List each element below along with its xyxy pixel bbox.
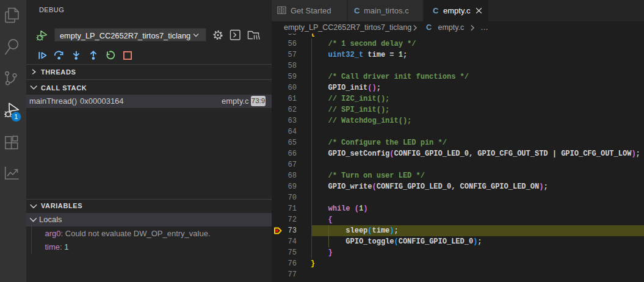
svg-text:1: 1 (14, 113, 18, 120)
